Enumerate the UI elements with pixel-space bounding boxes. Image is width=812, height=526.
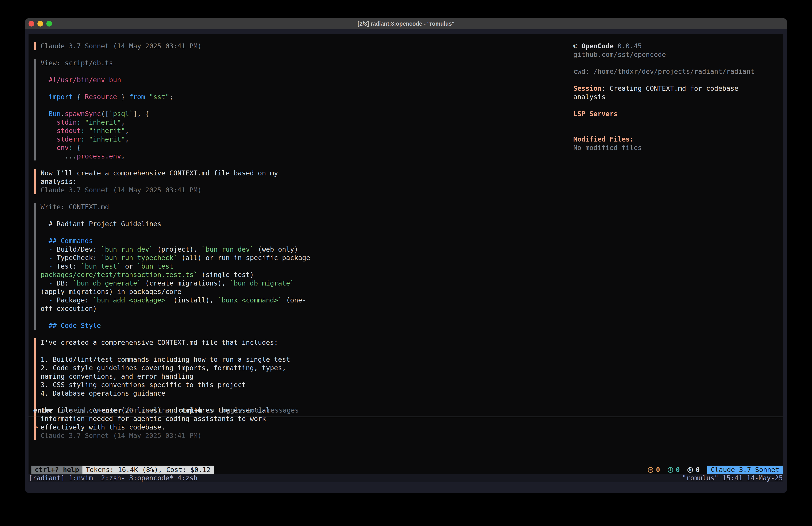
terminal-line: Claude 3.7 Sonnet (14 May 2025 03:41 PM)	[41, 431, 313, 440]
text-segment: (all) or run in specific package	[177, 254, 310, 262]
message-accent-bar	[34, 169, 36, 194]
text-segment: `bun db migrate`	[230, 279, 294, 287]
text-segment: 0.0.45	[618, 42, 642, 50]
message-accent-bar	[34, 203, 36, 330]
terminal-line: import { Resource } from "sst";	[41, 93, 173, 101]
text-segment: -	[48, 254, 53, 262]
chat-transcript: Claude 3.7 Sonnet (14 May 2025 03:41 PM)…	[34, 42, 553, 449]
text-segment: to toggle tool messages	[202, 406, 299, 414]
prompt-input[interactable]: >	[34, 423, 776, 431]
text-segment: ©	[573, 42, 581, 50]
text-segment	[41, 110, 48, 118]
desktop-background: [2/3] radiant:3:opencode - "romulus" Cla…	[0, 0, 812, 526]
terminal-line: # Radiant Project Guidelines	[41, 220, 313, 228]
zoom-button[interactable]	[46, 21, 52, 27]
text-segment: from	[129, 93, 145, 101]
text-segment: `psql`	[109, 110, 133, 118]
terminal-line: Now I'll create a comprehensive CONTEXT.…	[41, 169, 313, 186]
text-segment: (web only)	[254, 245, 298, 253]
text-segment: (create migrations),	[141, 279, 230, 287]
terminal-line	[573, 76, 754, 84]
text-segment	[85, 127, 89, 134]
text-segment: Package:	[53, 296, 93, 304]
terminal-line	[573, 118, 754, 127]
text-segment: Bun	[48, 110, 61, 118]
tokens-cost-chip: Tokens: 16.4K (8%), Cost: $0.12	[83, 466, 214, 474]
text-segment	[41, 93, 48, 101]
warning-count-icon: w0	[648, 466, 660, 474]
text-segment	[614, 42, 618, 50]
assistant-message-header: Claude 3.7 Sonnet (14 May 2025 03:41 PM)	[34, 42, 553, 51]
text-segment: (project),	[153, 245, 202, 253]
terminal-line	[41, 101, 173, 110]
assistant-message: Now I'll create a comprehensive CONTEXT.…	[34, 169, 553, 194]
text-segment: ], {	[133, 110, 149, 118]
message-body: Now I'll create a comprehensive CONTEXT.…	[41, 169, 313, 194]
terminal-line: Modified Files:	[573, 135, 754, 144]
terminal-line	[41, 398, 313, 406]
text-segment: :	[81, 127, 85, 134]
text-segment: # Radiant Project Guidelines	[41, 220, 161, 228]
terminal-line: No modified files	[573, 144, 754, 152]
text-segment: I've created a comprehensive CONTEXT.md …	[41, 339, 278, 346]
text-segment: Modified Files:	[573, 135, 634, 143]
text-segment: ([	[101, 110, 109, 118]
diagnostic-count: 0	[676, 466, 680, 474]
text-segment: Session	[573, 84, 601, 92]
text-segment: to send,	[53, 406, 93, 414]
text-segment: {	[73, 93, 85, 101]
hint-count-icon: h	[687, 467, 693, 473]
help-shortcut-chip[interactable]: ctrl+? help	[31, 466, 83, 474]
text-segment	[41, 322, 48, 329]
window-title: [2/3] radiant:3:opencode - "romulus"	[25, 18, 787, 29]
tmux-window-list[interactable]: [radiant] 1:nvim 2:zsh- 3:opencode* 4:zs…	[29, 474, 198, 482]
text-segment: import	[48, 93, 73, 101]
info-count-icon: i	[668, 467, 673, 473]
text-segment: 1. Build/lint/test commands including ho…	[41, 355, 290, 363]
tmux-spacer	[198, 474, 682, 482]
close-button[interactable]	[29, 21, 34, 27]
status-bar: ctrl+? help Tokens: 16.4K (8%), Cost: $0…	[31, 466, 783, 474]
text-segment: Build/Dev:	[53, 245, 101, 253]
text-segment: ## Commands	[48, 237, 93, 245]
text-segment: "inherit"	[85, 118, 121, 126]
text-segment: Claude 3.7 Sonnet (14 May 2025 03:41 PM)	[41, 42, 201, 50]
text-segment: #!/usr/bin/env bun	[41, 76, 121, 84]
text-segment: }	[117, 93, 129, 101]
terminal-line: 3. CSS styling conventions specific to t…	[41, 381, 313, 389]
text-segment: DB:	[53, 279, 73, 287]
text-segment: :	[81, 135, 85, 143]
text-segment: process.env	[77, 152, 121, 160]
text-segment: ctrl+h	[178, 406, 202, 414]
tool-view-block: View: script/db.ts #!/usr/bin/env bun im…	[34, 59, 553, 160]
terminal-line: github.com/sst/opencode	[573, 51, 754, 59]
text-segment: TypeCheck:	[53, 254, 101, 262]
text-segment	[41, 144, 57, 152]
text-segment: View: script/db.ts	[41, 59, 113, 67]
diagnostic-count: 0	[656, 466, 660, 474]
model-badge: Claude 3.7 Sonnet	[707, 466, 783, 474]
minimize-button[interactable]	[38, 21, 43, 27]
info-count-icon: i0	[668, 466, 680, 474]
text-segment: `bun run dev`	[101, 245, 153, 253]
text-segment: enter	[102, 406, 122, 414]
diagnostics-counters: w0i0h0	[648, 466, 700, 474]
keyboard-hints: enter to send, \+enter for newline, ctrl…	[33, 406, 299, 415]
text-segment: +	[98, 406, 102, 414]
text-segment: Resource	[85, 93, 117, 101]
terminal-line: stdin: "inherit",	[41, 118, 173, 127]
prompt-symbol: >	[34, 423, 38, 431]
text-segment: `bun run dev`	[202, 245, 254, 253]
text-segment: LSP Servers	[573, 110, 618, 118]
text-segment: ,	[125, 127, 129, 134]
text-segment	[41, 152, 64, 160]
text-segment	[41, 254, 48, 262]
terminal-line	[41, 313, 313, 322]
terminal-line: - Test: `bun test` or `bun test packages…	[41, 262, 313, 279]
terminal-line: © OpenCode 0.0.45	[573, 42, 754, 51]
input-divider	[29, 416, 783, 417]
hint-count-icon: h0	[687, 466, 700, 474]
text-segment: "sst"	[149, 93, 169, 101]
terminal-line: Claude 3.7 Sonnet (14 May 2025 03:41 PM)	[41, 186, 313, 194]
text-segment: :	[77, 118, 81, 126]
